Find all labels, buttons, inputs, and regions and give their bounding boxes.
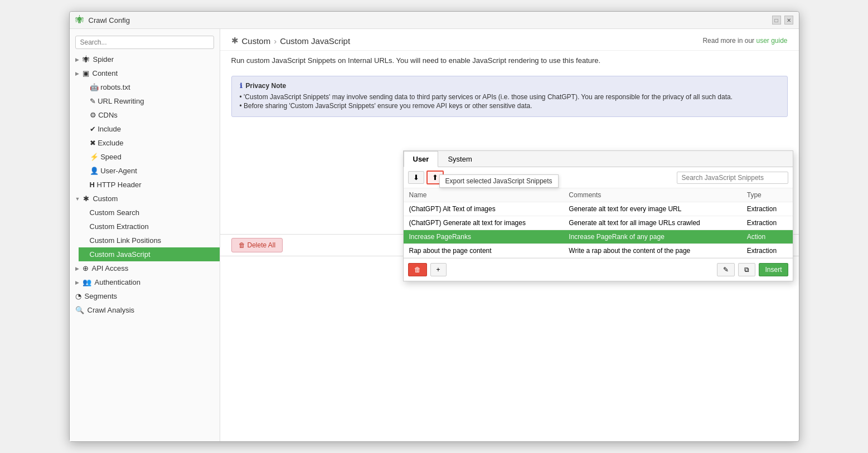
info-icon: ℹ bbox=[240, 82, 243, 90]
row4-type: Extraction bbox=[741, 244, 793, 258]
sidebar-label-authentication: Authentication bbox=[95, 278, 140, 286]
delete-icon: 🗑 bbox=[239, 241, 245, 249]
maximize-button[interactable]: □ bbox=[772, 16, 781, 25]
description: Run custom JavaScript Snippets on Intern… bbox=[220, 51, 799, 70]
main-window: 🕷 Crawl Config □ ✕ ▶ 🕷 Spider ▶ ▣ Conten… bbox=[69, 11, 799, 442]
read-more-prefix: Read more in our bbox=[702, 37, 756, 45]
sidebar-item-segments[interactable]: ◔ Segments bbox=[70, 289, 220, 303]
breadcrumb-current: Custom JavaScript bbox=[280, 36, 350, 46]
panel-bottom-right: ✎ ⧉ Insert bbox=[717, 263, 788, 276]
sidebar-item-http-header[interactable]: H HTTP Header bbox=[79, 178, 220, 192]
window-body: ▶ 🕷 Spider ▶ ▣ Content 🤖 robots.txt ✎ UR… bbox=[70, 29, 799, 441]
sidebar-label-segments: Segments bbox=[85, 292, 118, 300]
row3-type: Action bbox=[741, 230, 793, 244]
sidebar-label-custom-javascript: Custom JavaScript bbox=[90, 250, 151, 259]
row4-name: Rap about the page content bbox=[404, 244, 564, 258]
sidebar-label-custom: Custom bbox=[93, 194, 118, 203]
title-bar-controls: □ ✕ bbox=[772, 16, 793, 25]
sidebar-search-input[interactable] bbox=[75, 36, 214, 49]
col-comments: Comments bbox=[563, 188, 741, 202]
privacy-note-title: ℹ Privacy Note bbox=[240, 82, 779, 90]
close-button[interactable]: ✕ bbox=[784, 16, 793, 25]
table-row[interactable]: (ChatGPT) Generate alt text for images G… bbox=[404, 216, 793, 230]
main-header: ✱ Custom › Custom JavaScript Read more i… bbox=[220, 29, 799, 51]
sidebar-label-http-header: HTTP Header bbox=[97, 181, 142, 189]
sidebar-item-spider[interactable]: ▶ 🕷 Spider bbox=[70, 52, 220, 66]
sidebar-item-url-rewriting[interactable]: ✎ URL Rewriting bbox=[79, 94, 220, 108]
breadcrumb-icon: ✱ bbox=[231, 36, 239, 46]
http-icon: H bbox=[90, 181, 95, 189]
sidebar-item-custom-extraction[interactable]: Custom Extraction bbox=[79, 220, 220, 233]
delete-all-button[interactable]: 🗑 Delete All bbox=[231, 238, 283, 252]
window-title: Crawl Config bbox=[89, 16, 130, 25]
table-row[interactable]: Rap about the page content Write a rap a… bbox=[404, 244, 793, 258]
edit-button[interactable]: ✎ bbox=[717, 263, 735, 276]
sidebar-item-custom-javascript[interactable]: Custom JavaScript bbox=[79, 247, 220, 261]
panel-table-head: Name Comments Type bbox=[404, 188, 793, 202]
sidebar-label-api-access: API Access bbox=[92, 264, 129, 272]
tab-user[interactable]: User bbox=[404, 151, 439, 167]
sidebar-item-api-access[interactable]: ▶ ⊕ API Access bbox=[70, 261, 220, 275]
sidebar-item-speed[interactable]: ⚡ Speed bbox=[79, 150, 220, 164]
row4-comments: Write a rap about the content of the pag… bbox=[563, 244, 741, 258]
sidebar-item-include[interactable]: ✔ Include bbox=[79, 122, 220, 136]
panel-table-body: (ChatGPT) Alt Text of images Generate al… bbox=[404, 202, 793, 258]
sidebar-label-url-rewriting: URL Rewriting bbox=[98, 97, 144, 105]
segments-icon: ◔ bbox=[75, 292, 81, 300]
app-icon: 🕷 bbox=[75, 15, 84, 25]
read-more: Read more in our user guide bbox=[702, 37, 787, 45]
api-icon: ⊕ bbox=[83, 264, 89, 272]
row2-comments: Generate alt text for all image URLs cra… bbox=[563, 216, 741, 230]
sidebar-item-custom[interactable]: ▼ ✱ Custom bbox=[70, 192, 220, 206]
content-area: No Custom JavaScript Sni... User System … bbox=[220, 123, 799, 234]
sidebar-item-authentication[interactable]: ▶ 👥 Authentication bbox=[70, 275, 220, 289]
user-guide-link[interactable]: user guide bbox=[756, 37, 787, 45]
crawl-analysis-icon: 🔍 bbox=[75, 306, 84, 314]
table-row-selected[interactable]: Increase PageRanks Increase PageRank of … bbox=[404, 230, 793, 244]
copy-button[interactable]: ⧉ bbox=[738, 263, 755, 276]
sidebar-label-speed: Speed bbox=[100, 153, 122, 161]
row1-type: Extraction bbox=[741, 202, 793, 216]
sidebar-item-user-agent[interactable]: 👤 User-Agent bbox=[79, 164, 220, 178]
sidebar-item-custom-search[interactable]: Custom Search bbox=[79, 206, 220, 220]
delete-all-label: Delete All bbox=[248, 241, 276, 249]
panel-toolbar: ⬇ ⬆ Export selected JavaScript Snippets bbox=[404, 167, 793, 188]
tab-system[interactable]: System bbox=[438, 151, 481, 167]
sidebar-item-content[interactable]: ▶ ▣ Content bbox=[70, 66, 220, 80]
insert-button[interactable]: Insert bbox=[759, 263, 788, 276]
sidebar-label-spider: Spider bbox=[93, 55, 114, 64]
sidebar-label-exclude: Exclude bbox=[98, 139, 123, 147]
robots-icon: 🤖 bbox=[90, 83, 99, 91]
sidebar-item-custom-link-positions[interactable]: Custom Link Positions bbox=[79, 233, 220, 247]
row1-comments: Generate alt text for every image URL bbox=[563, 202, 741, 216]
row2-name: (ChatGPT) Generate alt text for images bbox=[404, 216, 564, 230]
sidebar-item-crawl-analysis[interactable]: 🔍 Crawl Analysis bbox=[70, 303, 220, 317]
title-bar: 🕷 Crawl Config □ ✕ bbox=[70, 12, 799, 29]
breadcrumb-parent: Custom bbox=[242, 36, 271, 46]
add-row-button[interactable]: + bbox=[430, 263, 447, 276]
main-content: ✱ Custom › Custom JavaScript Read more i… bbox=[220, 29, 799, 441]
delete-button[interactable]: 🗑 bbox=[408, 263, 427, 276]
arrow-icon: ▶ bbox=[75, 266, 79, 271]
sidebar-label-user-agent: User-Agent bbox=[100, 167, 137, 175]
breadcrumb-separator: › bbox=[274, 36, 277, 46]
row1-name: (ChatGPT) Alt Text of images bbox=[404, 202, 564, 216]
exclude-icon: ✖ bbox=[90, 139, 96, 147]
sidebar-item-robots[interactable]: 🤖 robots.txt bbox=[79, 80, 220, 94]
user-agent-icon: 👤 bbox=[90, 167, 99, 175]
sidebar: ▶ 🕷 Spider ▶ ▣ Content 🤖 robots.txt ✎ UR… bbox=[70, 29, 220, 441]
panel-tabs: User System bbox=[404, 151, 793, 167]
arrow-icon: ▶ bbox=[75, 57, 79, 62]
sidebar-item-exclude[interactable]: ✖ Exclude bbox=[79, 136, 220, 150]
table-row[interactable]: (ChatGPT) Alt Text of images Generate al… bbox=[404, 202, 793, 216]
spider-icon: 🕷 bbox=[83, 55, 90, 64]
url-rewriting-icon: ✎ bbox=[90, 97, 96, 105]
sidebar-label-content: Content bbox=[93, 69, 118, 77]
row3-name: Increase PageRanks bbox=[404, 230, 564, 244]
panel-search-input[interactable] bbox=[677, 172, 788, 184]
include-icon: ✔ bbox=[90, 125, 96, 133]
sidebar-item-cdns[interactable]: ⚙ CDNs bbox=[79, 108, 220, 122]
row3-comments: Increase PageRank of any page bbox=[563, 230, 741, 244]
sidebar-label-custom-search: Custom Search bbox=[90, 208, 140, 217]
download-button[interactable]: ⬇ bbox=[408, 171, 424, 184]
